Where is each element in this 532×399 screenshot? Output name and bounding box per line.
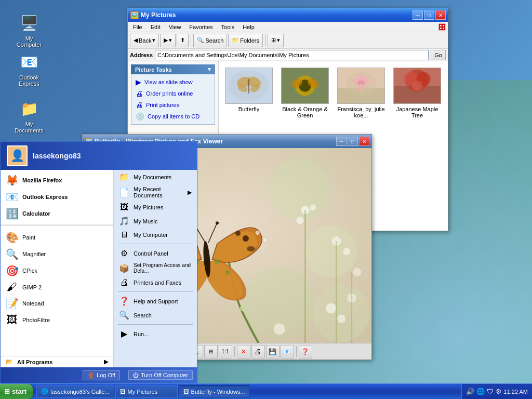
start-right-printers[interactable]: 🖨 Printers and Faxes — [114, 276, 197, 289]
desktop-icon-my-documents[interactable]: 📁 My Documents — [10, 96, 48, 136]
start-right-control-panel[interactable]: ⚙ Control Panel — [114, 246, 197, 260]
right-run-icon: ▶ — [119, 329, 129, 339]
right-my-pictures-icon: 🖼 — [119, 203, 129, 212]
taskbar-item-gallery[interactable]: 🌐 lassekongo83's Galle... — [36, 385, 114, 398]
viewer-email-button[interactable]: 📧 — [281, 345, 294, 358]
maple-label: Japanese Maple Tree — [393, 106, 441, 118]
right-my-music-label: My Music — [134, 218, 157, 224]
start-item-photofiltre[interactable]: 🖼 PhotoFiltre — [1, 312, 113, 328]
start-right-run[interactable]: ▶ Run... — [114, 327, 197, 341]
up-button[interactable]: ⬆ — [177, 34, 189, 47]
picture-tasks-header[interactable]: Picture Tasks ▾ — [131, 64, 215, 74]
viewer-actual-size-button[interactable]: 1:1 — [219, 345, 232, 358]
explorer-titlebar[interactable]: 🖼️ My Pictures ─ □ ✕ — [128, 8, 448, 22]
right-sep-3 — [118, 324, 193, 325]
start-pinned-programs: 🦊 Mozilla Firefox 📧 Outlook Express 🔢 Ca… — [1, 170, 113, 224]
photo-fransisca[interactable]: Fransisca_by_juliekoe... — [335, 65, 387, 121]
order-prints-icon: 🖨 — [136, 89, 143, 98]
folders-button[interactable]: 📁 Folders — [228, 34, 263, 47]
start-right-set-program[interactable]: 📦 Set Program Access and Defa... — [114, 260, 197, 276]
viewer-help-button[interactable]: ❓ — [299, 345, 312, 358]
start-right-help[interactable]: ❓ Help and Support — [114, 294, 197, 308]
forward-button[interactable]: ▶ ▾ — [160, 34, 176, 47]
start-item-notepad[interactable]: 📝 Notepad — [1, 295, 113, 312]
taskbar-item-my-pictures[interactable]: 🖼 My Pictures — [115, 385, 178, 398]
forward-dropdown-icon: ▾ — [169, 37, 172, 44]
start-button[interactable]: ⊞ start — [0, 384, 33, 399]
picture-tasks-section: Picture Tasks ▾ ▶ View as slide show 🖨 O… — [131, 64, 215, 125]
menu-help[interactable]: Help — [240, 23, 258, 31]
start-right-my-pictures[interactable]: 🖼 My Pictures — [114, 201, 197, 214]
menu-tools[interactable]: Tools — [218, 23, 238, 31]
photo-black-orange[interactable]: Black & Orange & Green — [279, 65, 331, 121]
address-bar: Address Go — [128, 49, 448, 61]
folders-icon: 📁 — [232, 37, 239, 44]
start-right-my-music[interactable]: 🎵 My Music — [114, 214, 197, 228]
turn-off-button[interactable]: ⏻ Turn Off Computer — [128, 370, 193, 380]
print-pictures-link[interactable]: 🖨 Print pictures — [131, 99, 215, 111]
start-item-calculator[interactable]: 🔢 Calculator — [1, 205, 113, 222]
search-button[interactable]: 🔍 Search — [193, 34, 227, 47]
svg-point-19 — [358, 74, 364, 81]
start-right-my-documents[interactable]: 📁 My Documents — [114, 170, 197, 184]
close-button[interactable]: ✕ — [435, 10, 446, 20]
magnifier-label: Magnifier — [22, 251, 46, 257]
turn-off-icon: ⏻ — [133, 372, 139, 378]
taskbar-item-butterfly[interactable]: 🖼 Butterfly - Windows... — [179, 385, 250, 398]
explorer-toolbar: ◀ Back ▾ ▶ ▾ ⬆ 🔍 Search 📁 Folders — [128, 32, 448, 49]
start-right-my-computer[interactable]: 🖥 My Computer — [114, 228, 197, 242]
gallery-icon: 🌐 — [41, 388, 48, 395]
start-right-recent-docs[interactable]: 📄 My Recent Documents ▶ — [114, 184, 197, 201]
right-recent-docs-label: My Recent Documents — [134, 186, 183, 198]
right-my-documents-label: My Documents — [134, 174, 171, 180]
minimize-button[interactable]: ─ — [413, 10, 423, 20]
windows-logo-icon: ⊞ — [438, 21, 446, 33]
photo-maple[interactable]: Japanese Maple Tree — [391, 65, 443, 121]
go-button[interactable]: Go — [431, 50, 446, 60]
maximize-button[interactable]: □ — [424, 10, 434, 20]
search-icon: 🔍 — [197, 37, 204, 44]
viewer-print-button[interactable]: 🖨 — [251, 345, 265, 358]
start-right-search[interactable]: 🔍 Search — [114, 308, 197, 322]
right-help-label: Help and Support — [134, 298, 178, 304]
viewer-delete-button[interactable]: ✕ — [237, 345, 250, 358]
right-my-computer-label: My Computer — [134, 232, 168, 238]
menu-favorites[interactable]: Favorites — [186, 23, 216, 31]
viewer-close-button[interactable]: ✕ — [359, 137, 369, 146]
viewer-maximize-button[interactable]: □ — [348, 137, 358, 146]
view-button[interactable]: ⊞ ▾ — [268, 34, 284, 47]
copy-to-cd-link[interactable]: 💿 Copy all items to CD — [131, 111, 215, 122]
right-my-computer-icon: 🖥 — [119, 230, 129, 240]
address-input[interactable] — [155, 50, 429, 60]
forward-arrow-icon: ▶ — [164, 37, 168, 44]
svg-point-62 — [215, 259, 220, 264]
notepad-label: Notepad — [22, 300, 44, 307]
firefox-icon: 🦊 — [6, 174, 18, 187]
start-left-panel: 🦊 Mozilla Firefox 📧 Outlook Express 🔢 Ca… — [1, 170, 114, 367]
viewer-save-button[interactable]: 💾 — [266, 345, 280, 358]
slideshow-link[interactable]: ▶ View as slide show — [131, 76, 215, 88]
viewer-minimize-button[interactable]: ─ — [336, 137, 347, 146]
right-help-icon: ❓ — [119, 296, 129, 306]
tray-icon-4: ⚙ — [496, 388, 502, 395]
fransisca-label: Fransisca_by_juliekoe... — [337, 106, 385, 118]
menu-edit[interactable]: Edit — [148, 23, 164, 31]
desktop-icon-my-computer[interactable]: 🖥️ My Computer — [10, 10, 48, 50]
photo-butterfly[interactable]: Butterfly — [223, 65, 275, 121]
menu-file[interactable]: File — [130, 23, 145, 31]
log-off-button[interactable]: 🚪 Log Off — [83, 370, 120, 380]
right-set-program-icon: 📦 — [119, 263, 129, 273]
menu-view[interactable]: View — [166, 23, 184, 31]
butterfly-label: Butterfly — [238, 106, 259, 112]
start-item-cpick[interactable]: 🎯 CPick — [1, 262, 113, 279]
start-item-outlook[interactable]: 📧 Outlook Express — [1, 189, 113, 205]
start-item-firefox[interactable]: 🦊 Mozilla Firefox — [1, 172, 113, 189]
start-item-magnifier[interactable]: 🔍 Magnifier — [1, 246, 113, 262]
start-item-paint[interactable]: 🎨 Paint — [1, 229, 113, 246]
back-button[interactable]: ◀ Back ▾ — [130, 34, 159, 47]
order-prints-link[interactable]: 🖨 Order prints online — [131, 88, 215, 99]
viewer-best-fit-button[interactable]: ⊞ — [204, 345, 218, 358]
desktop-icon-outlook[interactable]: 📧 Outlook Express — [10, 49, 48, 89]
start-item-gimp[interactable]: 🖌 GIMP 2 — [1, 279, 113, 295]
all-programs-row[interactable]: 📂 All Programs ▶ — [1, 356, 113, 367]
